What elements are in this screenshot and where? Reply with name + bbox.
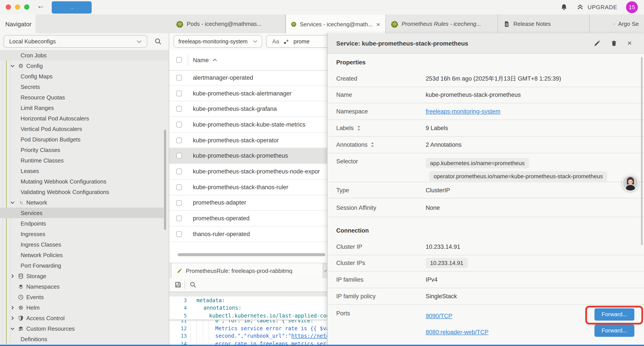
sidebar-item-definitions[interactable]: Definitions — [0, 334, 169, 344]
sidebar-item-secrets[interactable]: Secrets — [0, 81, 169, 92]
sidebar-item-port-forwarding[interactable]: Port Forwarding — [0, 260, 169, 271]
kubeconfig-select[interactable]: Local Kubeconfigs — [4, 35, 147, 48]
chevron-right-icon[interactable] — [10, 305, 15, 310]
upgrade-button[interactable]: UPGRADE — [576, 3, 617, 11]
save-icon[interactable] — [174, 281, 182, 288]
sidebar-item-ingress-classes[interactable]: Ingress Classes — [0, 239, 169, 250]
sidebar-item-namespaces[interactable]: Namespaces — [0, 281, 169, 292]
table-row[interactable]: kube-prometheus-stack-operator — [169, 133, 327, 148]
namespace-link[interactable]: freeleaps-monitoring-system — [426, 108, 500, 115]
table-row[interactable]: prometheus-adapter — [169, 195, 327, 211]
sidebar-item-priority-classes[interactable]: Priority Classes — [0, 145, 169, 155]
runbook-url-link[interactable]: https://netc — [291, 333, 327, 339]
sidebar-item-horizontal-pod-autoscalers[interactable]: Horizontal Pod Autoscalers — [0, 113, 169, 123]
sidebar-item-config-maps[interactable]: Config Maps — [0, 71, 169, 81]
sidebar-item-events[interactable]: Events — [0, 292, 169, 302]
tab-services[interactable]: Services - icecheng@math... × — [286, 14, 386, 33]
select-all-checkbox[interactable] — [176, 57, 182, 63]
port-link-9090[interactable]: 9090/TCP — [426, 313, 452, 320]
row-checkbox[interactable] — [176, 106, 182, 112]
sidebar-item-mutating-webhook-configurations[interactable]: Mutating Webhook Configurations — [0, 176, 169, 187]
sidebar-item-cron-jobs[interactable]: Cron Jobs — [0, 50, 169, 60]
sidebar-group-custom-resources[interactable]: Custom Resources — [0, 323, 169, 334]
close-window-button[interactable] — [6, 4, 11, 10]
back-button[interactable]: ← — [37, 1, 45, 10]
editor-tab-prometheusrule[interactable]: PrometheusRule: freeleaps-prod-rabbitmq — [171, 263, 323, 278]
row-checkbox[interactable] — [176, 153, 182, 159]
table-row[interactable]: kube-prometheus-stack-thanos-ruler — [169, 180, 327, 195]
yaml-editor[interactable]: 3metadata: 4annotations: 5kubectl.kubern… — [169, 297, 327, 346]
sidebar-group-config[interactable]: ⚙ Config — [0, 60, 169, 71]
tab-pods[interactable]: Pods - icecheng@mathmas... — [171, 14, 286, 33]
sidebar-item-resource-quotas[interactable]: Resource Quotas — [0, 92, 169, 102]
chevron-right-icon[interactable] — [10, 274, 15, 278]
sidebar-item-validating-webhook-configurations[interactable]: Validating Webhook Configurations — [0, 187, 169, 197]
row-checkbox[interactable] — [176, 200, 182, 206]
row-checkbox[interactable] — [176, 137, 182, 143]
sidebar-group-helm[interactable]: Helm — [0, 302, 169, 313]
port-link-8080[interactable]: 8080:reloader-web/TCP — [426, 329, 488, 336]
detail-scrollbar-thumb[interactable] — [641, 57, 643, 245]
regex-toggle[interactable]: * — [284, 38, 289, 45]
namespace-select[interactable]: freeleaps-monitoring-system — [174, 35, 262, 48]
table-row[interactable]: kube-prometheus-stack-alertmanager — [169, 86, 327, 101]
tab-argo[interactable]: Argo Se — [590, 14, 644, 33]
horizontal-scrollbar-thumb[interactable] — [178, 253, 325, 256]
sort-updown-icon[interactable] — [357, 125, 361, 131]
table-row[interactable]: kube-prometheus-stack-kube-state-metrics — [169, 117, 327, 132]
sidebar-scrollbar-thumb[interactable] — [164, 130, 166, 230]
navigator-panel-tab[interactable]: Navigator — [0, 14, 36, 34]
notifications-bell-icon[interactable] — [560, 3, 568, 11]
sidebar-item-endpoints[interactable]: Endpoints — [0, 218, 169, 229]
sidebar-item-leases[interactable]: Leases — [0, 166, 169, 176]
tab-prometheus-rules[interactable]: Prometheus Rules - icecheng... — [386, 14, 498, 33]
table-row[interactable]: kube-prometheus-stack-prometheus-node-ex… — [169, 164, 327, 179]
sidebar-item-pod-disruption-budgets[interactable]: Pod Disruption Budgets — [0, 134, 169, 145]
notification-count-badge[interactable]: 15 — [626, 1, 638, 13]
sidebar-item-services[interactable]: Services — [0, 208, 164, 218]
table-row[interactable]: prometheus-operated — [169, 211, 327, 226]
chevron-down-icon[interactable] — [10, 326, 15, 331]
labels-count[interactable]: 9 Labels — [426, 125, 448, 131]
sidebar-group-network[interactable]: ↑↓ Network — [0, 197, 169, 208]
forward-button[interactable]: → — [52, 1, 92, 13]
chevron-down-icon[interactable] — [10, 200, 15, 205]
chevron-right-icon[interactable] — [10, 316, 15, 320]
row-checkbox[interactable] — [176, 90, 182, 96]
sidebar-item-network-policies[interactable]: Network Policies — [0, 250, 169, 260]
table-row[interactable]: alertmanager-operated — [169, 70, 327, 86]
search-icon[interactable] — [154, 38, 162, 45]
sidebar-item-limit-ranges[interactable]: Limit Ranges — [0, 102, 169, 113]
sidebar-item-vertical-pod-autoscalers[interactable]: Vertical Pod Autoscalers — [0, 123, 169, 134]
forward-port-button[interactable]: Forward... — [594, 325, 634, 337]
sidebar-item-ingresses[interactable]: Ingresses — [0, 229, 169, 239]
row-checkbox[interactable] — [176, 184, 182, 190]
tab-release-notes[interactable]: Release Notes — [498, 14, 590, 33]
sidebar-group-storage[interactable]: Storage — [0, 271, 169, 281]
sort-ascending-icon[interactable] — [212, 58, 217, 62]
row-checkbox[interactable] — [176, 231, 182, 237]
filter-input[interactable]: Aa * prome — [266, 35, 327, 48]
sidebar-item-runtime-classes[interactable]: Runtime Classes — [0, 155, 169, 166]
edit-pencil-icon[interactable] — [594, 40, 600, 47]
row-checkbox[interactable] — [176, 169, 182, 174]
name-column-header[interactable]: Name — [193, 50, 209, 70]
maximize-window-button[interactable] — [24, 4, 29, 10]
table-row[interactable]: thanos-ruler-operated — [169, 226, 327, 242]
match-case-toggle[interactable]: Aa — [272, 38, 279, 45]
sort-updown-icon[interactable] — [371, 142, 374, 148]
minimize-window-button[interactable] — [15, 4, 20, 10]
annotations-count[interactable]: 2 Annotations — [426, 141, 462, 148]
editor-tab-partial[interactable] — [324, 263, 327, 278]
close-tab-icon[interactable]: × — [376, 20, 380, 28]
table-row[interactable]: kube-prometheus-stack-grafana — [169, 101, 327, 117]
row-checkbox[interactable] — [176, 75, 182, 81]
close-icon[interactable]: × — [627, 40, 632, 46]
row-checkbox[interactable] — [176, 122, 182, 127]
row-checkbox[interactable] — [176, 216, 182, 221]
table-row-selected[interactable]: kube-prometheus-stack-prometheus — [169, 148, 327, 164]
chevron-down-icon[interactable] — [10, 63, 15, 68]
avatar[interactable] — [622, 175, 639, 191]
search-icon[interactable] — [190, 281, 196, 288]
delete-trash-icon[interactable] — [611, 40, 617, 47]
